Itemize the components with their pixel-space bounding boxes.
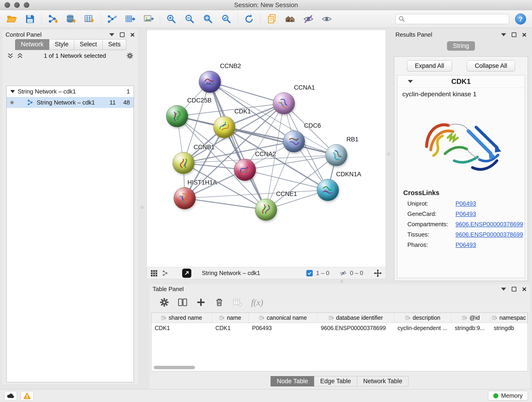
column-header-name[interactable]: name (212, 313, 249, 323)
edge-CCNB2-CCNE1[interactable] (210, 82, 266, 210)
network-from-table-icon[interactable] (125, 13, 136, 25)
create-column-icon[interactable] (196, 298, 206, 307)
new-network-icon[interactable] (106, 13, 118, 25)
zoom-in-icon[interactable] (166, 13, 177, 25)
zoom-fit-icon[interactable] (202, 13, 214, 25)
crosslink-value-link[interactable]: 9606.ENSP00000378699 (456, 231, 523, 238)
column-sort-icon[interactable] (259, 315, 264, 320)
close-panel-icon[interactable]: × (522, 285, 526, 293)
node-cdk1[interactable] (213, 116, 235, 138)
node-cdkn1a[interactable] (317, 179, 339, 201)
node-ccnb1[interactable] (172, 152, 195, 174)
tab-string[interactable]: String (447, 41, 475, 51)
import-table-icon[interactable] (84, 13, 95, 25)
close-window-icon[interactable] (5, 2, 10, 8)
column-sort-icon[interactable] (492, 315, 497, 320)
column-header-shared-name[interactable]: shared name (152, 313, 212, 323)
tab-style[interactable]: Style (49, 39, 74, 50)
close-panel-icon[interactable]: × (130, 31, 135, 38)
collapse-gene-icon[interactable] (408, 80, 413, 83)
search-input[interactable] (407, 16, 506, 22)
column-header--id[interactable]: @id (452, 313, 491, 323)
table-row[interactable]: CDK1CDK1P064939606.ENSP00000378699cyclin… (152, 323, 528, 333)
import-network-file-icon[interactable] (47, 13, 58, 25)
collapse-all-icon[interactable] (7, 52, 14, 59)
edge-CCNB2-CCNA1[interactable] (210, 82, 284, 103)
panel-menu-icon[interactable] (501, 33, 506, 36)
node-ccnb2[interactable] (199, 71, 221, 93)
tab-network-table[interactable]: Network Table (357, 376, 409, 386)
network-overview-icon[interactable] (162, 270, 169, 277)
node-ccna2[interactable] (234, 159, 256, 181)
import-network-database-icon[interactable] (65, 13, 77, 25)
expand-all-button[interactable]: Expand All (407, 60, 452, 71)
column-sort-icon[interactable] (161, 315, 166, 320)
zoom-window-icon[interactable] (24, 2, 29, 8)
apply-layout-icon[interactable] (243, 13, 255, 25)
gene-card-header[interactable]: CDK1 (397, 75, 525, 88)
selected-nodes-checkbox[interactable] (306, 270, 313, 276)
edge-CCNA2-CDKN1A[interactable] (245, 170, 328, 190)
tab-node-table[interactable]: Node Table (271, 376, 314, 386)
birdseye-view-icon[interactable] (151, 270, 157, 277)
first-neighbors-icon[interactable] (284, 13, 296, 25)
crosslink-value-link[interactable]: P06493 (456, 200, 476, 207)
column-sort-icon[interactable] (462, 315, 467, 320)
left-splitter-handle[interactable] (141, 206, 143, 209)
crosslink-value-link[interactable]: P06493 (456, 211, 476, 217)
hide-selected-icon[interactable] (303, 13, 314, 25)
cloud-status-button[interactable] (4, 391, 17, 401)
table-cell[interactable]: 9606.ENSP00000378699 (317, 323, 394, 333)
node-cdc25b[interactable] (166, 105, 188, 127)
column-header-description[interactable]: description (394, 313, 452, 323)
copy-document-icon[interactable] (266, 13, 278, 25)
bottom-splitter-handle[interactable] (341, 280, 343, 283)
table-cell[interactable]: CDK1 (212, 323, 249, 333)
horizontal-scrollbar[interactable] (154, 366, 195, 369)
right-splitter-handle[interactable] (387, 153, 390, 155)
zoom-selected-icon[interactable] (221, 13, 232, 25)
float-panel-icon[interactable] (512, 32, 516, 37)
tab-select[interactable]: Select (74, 39, 103, 50)
close-panel-icon[interactable]: × (522, 31, 526, 38)
crosslink-value-link[interactable]: P06493 (456, 241, 476, 249)
node-hist1h1a[interactable] (174, 187, 196, 209)
expand-all-icon[interactable] (17, 52, 23, 59)
collapse-all-button[interactable]: Collapse All (467, 60, 515, 71)
table-cell[interactable]: P06493 (249, 323, 317, 333)
network-row[interactable]: String Network – cdk1 11 48 (7, 97, 133, 108)
network-canvas[interactable]: CCNB2CCNA1CDC25BCDK1CDC6RB1CCNB1CCNA2CDK… (147, 30, 386, 267)
tab-edge-table[interactable]: Edge Table (314, 376, 357, 386)
minimize-window-icon[interactable] (14, 2, 20, 8)
node-ccna1[interactable] (273, 92, 295, 114)
function-builder-icon[interactable]: f(x) (251, 297, 263, 307)
pan-move-icon[interactable] (374, 269, 382, 277)
zoom-out-icon[interactable] (184, 13, 196, 25)
tree-expand-icon[interactable] (10, 90, 15, 93)
save-session-icon[interactable] (24, 13, 36, 25)
float-panel-icon[interactable] (120, 32, 125, 37)
table-cell[interactable]: cyclin-dependent ... (394, 323, 452, 333)
edge-HIST1H1A-CCNE1[interactable] (185, 198, 266, 210)
table-options-gear-icon[interactable] (159, 298, 169, 307)
tab-sets[interactable]: Sets (103, 39, 126, 50)
column-sort-icon[interactable] (329, 315, 334, 320)
open-session-icon[interactable] (6, 13, 17, 25)
table-cell[interactable]: stringdb:9... (452, 323, 491, 333)
export-image-icon[interactable] (143, 13, 154, 25)
node-rb1[interactable] (325, 144, 347, 166)
table-cell[interactable]: CDK1 (152, 323, 212, 333)
float-panel-icon[interactable] (512, 287, 516, 292)
column-sort-icon[interactable] (220, 315, 225, 320)
node-ccne1[interactable] (255, 199, 277, 221)
show-columns-icon[interactable] (178, 298, 187, 307)
help-icon[interactable]: ? (515, 13, 526, 25)
memory-button[interactable]: Memory (488, 391, 528, 401)
column-header-database-identifier[interactable]: database identifier (317, 313, 394, 323)
column-sort-icon[interactable] (405, 315, 410, 320)
show-all-icon[interactable] (321, 13, 332, 25)
column-header-namespac[interactable]: namespac (491, 313, 528, 323)
delete-column-icon[interactable] (215, 298, 224, 307)
open-in-window-button[interactable] (182, 269, 191, 278)
network-options-gear-icon[interactable] (127, 52, 133, 59)
